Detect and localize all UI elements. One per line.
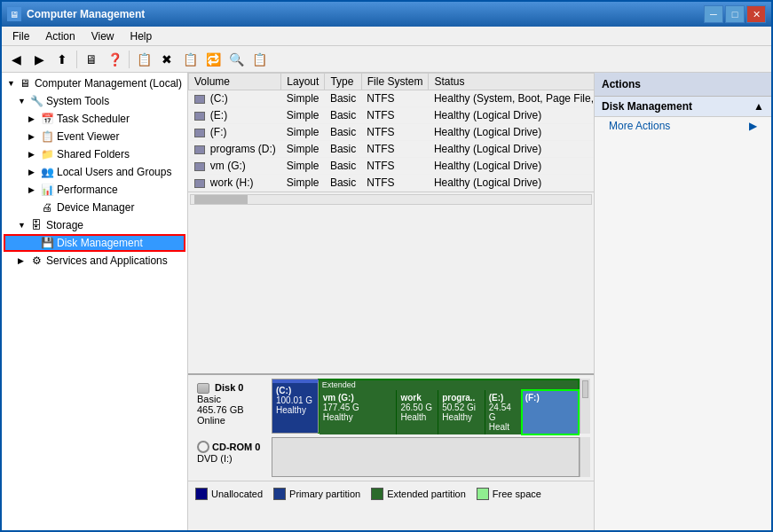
partition-work[interactable]: work 26.50 G Health <box>397 390 438 434</box>
cell-status: Healthy (Logical Drive) <box>429 141 594 158</box>
cell-status: Healthy (Logical Drive) <box>429 175 594 192</box>
disk-list-area: Volume Layout Type File System Status (C… <box>188 73 594 375</box>
legend-unallocated-box <box>195 488 208 500</box>
legend-extended-box <box>371 488 383 500</box>
title-bar-left: 🖥 Computer Management <box>7 7 145 21</box>
sidebar-item-shared-folders[interactable]: ▶ 📁 Shared Folders <box>4 145 185 163</box>
cell-status: Healthy (Logical Drive) <box>429 158 594 175</box>
export-button[interactable]: 📋 <box>133 49 154 70</box>
cell-fs: NTFS <box>361 107 429 124</box>
app-icon: 🖥 <box>7 7 21 21</box>
help-button[interactable]: ❓ <box>104 49 125 70</box>
sidebar: ▼ 🖥 Computer Management (Local) ▼ 🔧 Syst… <box>2 73 188 530</box>
sidebar-item-services[interactable]: ▶ ⚙ Services and Applications <box>4 252 185 270</box>
more-button[interactable]: 📋 <box>248 49 270 70</box>
main-content: ▼ 🖥 Computer Management (Local) ▼ 🔧 Syst… <box>2 73 771 530</box>
sidebar-item-disk-management[interactable]: 💾 Disk Management <box>4 234 185 252</box>
col-layout: Layout <box>281 74 325 90</box>
toolbar-separator-2 <box>129 51 130 68</box>
window-controls: ─ □ ✕ <box>704 5 766 23</box>
local-users-icon: 👥 <box>40 165 54 179</box>
forward-button[interactable]: ▶ <box>28 49 50 70</box>
disk-0-name: Disk 0 <box>197 382 266 394</box>
root-expand-icon: ▼ <box>7 79 15 88</box>
disk-visual-area: Disk 0 Basic 465.76 GB Online (C:) 100.0… <box>188 375 594 530</box>
sidebar-item-local-users[interactable]: ▶ 👥 Local Users and Groups <box>4 163 185 181</box>
maximize-button[interactable]: □ <box>725 5 745 23</box>
cdrom-partitions <box>272 437 580 477</box>
cell-type: Basic <box>325 107 361 124</box>
cell-layout: Simple <box>281 90 325 107</box>
part-c-status: Healthy <box>276 405 314 415</box>
horizontal-scrollbar[interactable] <box>188 192 594 206</box>
disk-0-status: Online <box>197 415 266 426</box>
properties-button[interactable]: 📋 <box>179 49 201 70</box>
actions-panel: Actions Disk Management ▲ More Actions ▶ <box>594 73 771 530</box>
cell-fs: NTFS <box>361 90 429 107</box>
task-scheduler-icon: 📅 <box>40 112 54 126</box>
sidebar-item-system-tools[interactable]: ▼ 🔧 System Tools <box>4 92 185 110</box>
cell-fs: NTFS <box>361 124 429 141</box>
sidebar-item-task-scheduler[interactable]: ▶ 📅 Task Scheduler <box>4 110 185 128</box>
cell-type: Basic <box>325 90 361 107</box>
part-e-size: 24.54 G <box>489 403 517 422</box>
disk-0-partitions: (C:) 100.01 G Healthy Extended vm (G:) <box>272 379 580 434</box>
partition-programs[interactable]: progra.. 50.52 Gi Healthy <box>438 390 485 434</box>
search-button[interactable]: 🔍 <box>225 49 247 70</box>
up-button[interactable]: ⬆ <box>51 49 73 70</box>
col-status: Status <box>429 74 594 90</box>
partition-vm[interactable]: vm (G:) 177.45 G Healthy <box>319 390 398 434</box>
shared-folders-expand: ▶ <box>28 150 37 159</box>
sidebar-item-event-viewer[interactable]: ▶ 📋 Event Viewer <box>4 128 185 145</box>
cdrom-row: CD-ROM 0 DVD (I:) <box>192 437 590 477</box>
main-window: 🖥 Computer Management ─ □ ✕ File Action … <box>0 0 773 532</box>
cdrom-partition[interactable] <box>272 438 579 476</box>
part-vm-status: Healthy <box>323 412 393 422</box>
actions-more-actions[interactable]: More Actions ▶ <box>595 117 771 135</box>
cdrom-type: DVD (I:) <box>197 453 266 464</box>
table-row[interactable]: work (H:) Simple Basic NTFS Healthy (Log… <box>189 175 595 192</box>
actions-more-label: More Actions <box>609 120 670 132</box>
shared-folders-label: Shared Folders <box>57 148 130 160</box>
cell-type: Basic <box>325 175 361 192</box>
delete-button[interactable]: ✖ <box>156 49 177 70</box>
actions-section-label: Disk Management <box>602 100 692 113</box>
sidebar-item-device-manager[interactable]: 🖨 Device Manager <box>4 199 185 216</box>
table-row[interactable]: (E:) Simple Basic NTFS Healthy (Logical … <box>189 107 595 124</box>
cell-status: Healthy (System, Boot, Page File, Activ.… <box>429 90 594 107</box>
partition-e[interactable]: (E:) 24.54 G Healt <box>485 390 522 434</box>
part-work-size: 26.50 G <box>400 403 434 412</box>
part-vm-name: vm (G:) <box>323 393 393 403</box>
disk-mgmt-icon: 💾 <box>40 236 54 250</box>
menu-view[interactable]: View <box>84 28 122 43</box>
table-row[interactable]: (C:) Simple Basic NTFS Healthy (System, … <box>189 90 595 107</box>
disk-table: Volume Layout Type File System Status (C… <box>188 73 594 192</box>
legend-unallocated: Unallocated <box>195 488 263 500</box>
sidebar-item-storage[interactable]: ▼ 🗄 Storage <box>4 216 185 234</box>
part-f-name: (F:) <box>525 393 575 403</box>
legend-area: Unallocated Primary partition Extended p… <box>188 481 594 505</box>
cell-status: Healthy (Logical Drive) <box>429 107 594 124</box>
local-users-expand: ▶ <box>28 168 37 176</box>
sidebar-item-root[interactable]: ▼ 🖥 Computer Management (Local) <box>4 74 185 92</box>
sidebar-tree: ▼ 🖥 Computer Management (Local) ▼ 🔧 Syst… <box>2 73 187 271</box>
sidebar-item-performance[interactable]: ▶ 📊 Performance <box>4 181 185 199</box>
table-row[interactable]: programs (D:) Simple Basic NTFS Healthy … <box>189 141 595 158</box>
close-button[interactable]: ✕ <box>746 5 766 23</box>
table-row[interactable]: vm (G:) Simple Basic NTFS Healthy (Logic… <box>189 158 595 175</box>
actions-section-disk-mgmt[interactable]: Disk Management ▲ <box>595 97 771 117</box>
table-row[interactable]: (F:) Simple Basic NTFS Healthy (Logical … <box>189 124 595 141</box>
show-hide-button[interactable]: 🖥 <box>81 49 102 70</box>
partition-f[interactable]: (F:) <box>522 390 579 434</box>
system-tools-icon: 🔧 <box>29 94 43 108</box>
refresh-button[interactable]: 🔁 <box>202 49 224 70</box>
menu-file[interactable]: File <box>5 28 36 43</box>
title-bar: 🖥 Computer Management ─ □ ✕ <box>2 2 771 27</box>
partition-c[interactable]: (C:) 100.01 G Healthy <box>272 379 319 433</box>
menu-help[interactable]: Help <box>123 28 160 43</box>
back-button[interactable]: ◀ <box>5 49 27 70</box>
menu-action[interactable]: Action <box>38 28 82 43</box>
minimize-button[interactable]: ─ <box>704 5 723 23</box>
event-viewer-expand: ▶ <box>28 132 37 141</box>
part-work-name: work <box>400 393 434 403</box>
